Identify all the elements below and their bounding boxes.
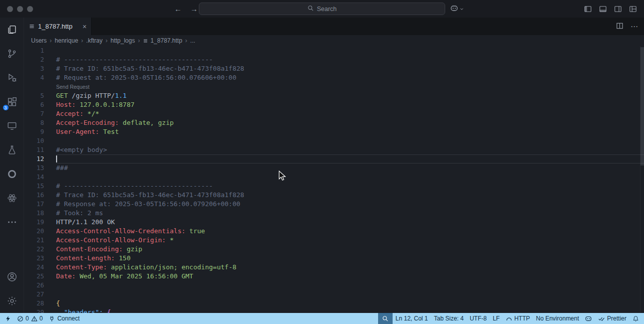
code-line-28[interactable]: 28{ [24,299,644,308]
tab-close-icon[interactable]: × [83,23,87,30]
code-line-22[interactable]: 22Content-Encoding: gzip [24,245,644,254]
vscode-window: ← → Search [0,0,644,324]
code-line-14[interactable]: 14 [24,173,644,182]
breadcrumb-item-henrique[interactable]: henrique [55,37,78,44]
code-line-18[interactable]: 18# Took: 2 ms [24,209,644,218]
line-number: 26 [24,281,44,290]
code-line-4[interactable]: 4# Request at: 2025-03-05T16:56:00.07660… [24,73,644,82]
source-control-icon[interactable] [0,42,24,66]
status-eol[interactable]: LF [490,313,503,324]
extensions-icon[interactable]: 3 [0,90,24,114]
status-search-toggle[interactable] [378,313,393,324]
status-connect[interactable]: Connect [46,313,83,324]
status-environment[interactable]: No Environment [533,313,582,324]
code-line-8[interactable]: 8Accept-Encoding: deflate, gzip [24,118,644,127]
breadcrumb-chevron-icon: › [185,37,187,44]
explorer-icon[interactable] [0,18,24,42]
code-line-24[interactable]: 24Content-Type: application/json; encodi… [24,263,644,272]
toggle-primary-sidebar-button[interactable] [584,5,592,13]
editor[interactable]: 12# ------------------------------------… [24,46,644,313]
line-number: 20 [24,227,44,236]
code-line-15[interactable]: 15# ------------------------------------… [24,182,644,191]
code-line-9[interactable]: 9User-Agent: Test [24,127,644,136]
line-number: 5 [24,91,44,100]
tab-1-8787-http[interactable]: 1_8787.http × [24,18,92,35]
breadcrumb-chevron-icon: › [106,37,108,44]
react-atom-icon[interactable] [0,186,24,210]
vertical-scrollbar [640,46,644,313]
settings-gear-icon[interactable] [0,289,24,313]
scrollbar-thumb[interactable] [640,47,644,166]
line-number: 6 [24,100,44,109]
status-copilot[interactable] [582,313,595,324]
toggle-panel-button[interactable] [599,5,607,13]
toggle-secondary-sidebar-button[interactable] [614,5,622,13]
status-indentation[interactable]: Tab Size: 4 [431,313,467,324]
titlebar: ← → Search [0,0,644,18]
status-encoding[interactable]: UTF-8 [467,313,490,324]
breadcrumb-item-users[interactable]: Users [31,37,47,44]
breadcrumb: Users›henrique›.kftray›http_logs›1_8787.… [24,35,644,46]
search-input[interactable]: Search [199,3,445,15]
double-check-icon [598,315,605,322]
editor-more-actions-icon[interactable]: ⋯ [630,22,638,31]
status-remote[interactable] [2,313,14,324]
code-line-23[interactable]: 23Content-Length: 150 [24,254,644,263]
code-line-7[interactable]: 7Accept: */* [24,109,644,118]
code-line-25[interactable]: 25Date: Wed, 05 Mar 2025 16:56:00 GMT [24,272,644,281]
remote-explorer-icon[interactable] [0,114,24,138]
breadcrumb-item-http-logs[interactable]: http_logs [111,37,135,44]
account-icon[interactable] [0,265,24,289]
line-number: 13 [24,164,44,173]
minimize-window-button[interactable] [17,6,23,12]
back-button[interactable]: ← [174,5,182,13]
status-formatter[interactable]: Prettier [595,313,629,324]
code-line-2[interactable]: 2# -------------------------------------… [24,55,644,64]
line-number: 3 [24,64,44,73]
breadcrumb-item-[interactable]: ... [190,37,195,44]
forward-button[interactable]: → [190,5,198,13]
status-problems[interactable]: 00 [14,313,46,324]
code-line-13[interactable]: 13### [24,164,644,173]
code-line-21[interactable]: 21Access-Control-Allow-Origin: * [24,236,644,245]
testing-flask-icon[interactable] [0,138,24,162]
globe-ring-icon[interactable] [0,162,24,186]
code-line-26[interactable]: 26 [24,281,644,290]
breadcrumb-item-1-8787-http[interactable]: 1_8787.http [143,37,182,44]
code-line-10[interactable]: 10 [24,136,644,145]
customize-layout-button[interactable] [629,5,637,13]
code-line-1[interactable]: 1 [24,46,644,55]
send-request-link[interactable]: Send Request [44,82,644,91]
breadcrumb-item-kftray[interactable]: .kftray [86,37,103,44]
code-line-11[interactable]: 11#<empty body> [24,145,644,154]
extensions-badge: 3 [2,104,10,111]
close-window-button[interactable] [7,6,13,12]
line-number: 24 [24,263,44,272]
line-number: 28 [24,299,44,308]
status-language-mode[interactable]: HTTP [503,313,533,324]
code-line-3[interactable]: 3# Trace ID: 651bc5a5-fb13-46ec-b471-473… [24,64,644,73]
code-line-19[interactable]: 19HTTP/1.1 200 OK [24,218,644,227]
line-number: 12 [24,154,44,164]
code-line-29[interactable]: 29 "headers": { [24,308,644,313]
code-lines: 12# ------------------------------------… [24,46,644,313]
zoom-window-button[interactable] [27,6,33,12]
accounts-menu-button[interactable] [450,0,464,18]
code-line-27[interactable]: 27 [24,290,644,299]
line-number: 14 [24,173,44,182]
split-editor-icon[interactable] [616,22,623,31]
code-line-5[interactable]: 5GET /gzip HTTP/1.1 [24,91,644,100]
bell-icon [632,315,639,322]
bolt-icon [5,315,11,322]
code-line-16[interactable]: 16# Trace ID: 651bc5a5-fb13-46ec-b471-47… [24,191,644,200]
more-views-icon[interactable] [0,210,24,234]
code-line-17[interactable]: 17# Response at: 2025-03-05T16:56:00.079… [24,200,644,209]
code-line-6[interactable]: 6Host: 127.0.0.1:8787 [24,100,644,109]
status-notifications[interactable] [629,313,642,324]
line-number: 23 [24,254,44,263]
status-cursor-position[interactable]: Ln 12, Col 1 [393,313,431,324]
magnifier-icon [382,315,389,322]
run-debug-icon[interactable] [0,66,24,90]
code-line-20[interactable]: 20Access-Control-Allow-Credentials: true [24,227,644,236]
code-line-12[interactable]: 12 [24,154,644,164]
